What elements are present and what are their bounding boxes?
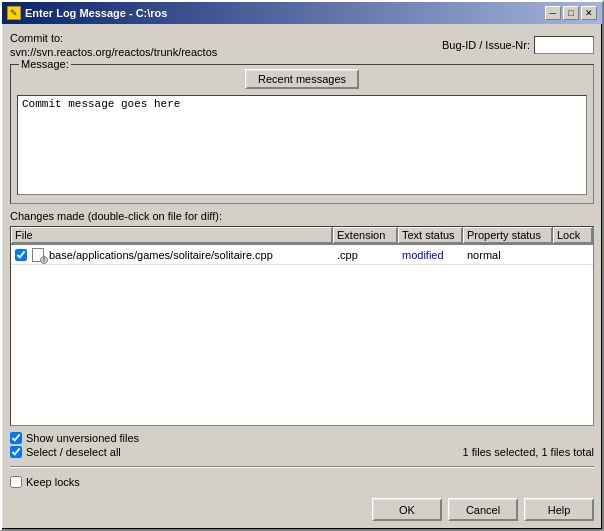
title-bar: ✎ Enter Log Message - C:\ros ─ □ ✕: [2, 2, 602, 24]
title-bar-left: ✎ Enter Log Message - C:\ros: [7, 6, 167, 20]
bug-label: Bug-ID / Issue-Nr:: [442, 39, 530, 51]
file-path: base/applications/games/solitaire/solita…: [49, 249, 273, 261]
changes-label: Changes made (double-click on file for d…: [10, 210, 594, 222]
bottom-buttons: OK Cancel Help: [10, 494, 594, 521]
window-icon: ✎: [7, 6, 21, 20]
changes-table: File Extension Text status Property stat…: [10, 226, 594, 426]
col-file: File: [11, 227, 333, 244]
recent-messages-button[interactable]: Recent messages: [245, 69, 359, 89]
keep-locks-label: Keep locks: [26, 476, 80, 488]
commit-row: Commit to: svn://svn.reactos.org/reactos…: [10, 32, 594, 58]
commit-left: Commit to: svn://svn.reactos.org/reactos…: [10, 32, 217, 58]
files-count-status: 1 files selected, 1 files total: [463, 446, 594, 458]
options-col: Show unversioned files Select / deselect…: [10, 432, 139, 458]
file-icon: !: [31, 248, 45, 262]
row-checkbox[interactable]: [15, 249, 27, 261]
bug-id-input[interactable]: [534, 36, 594, 54]
keep-locks-row: Keep locks: [10, 476, 594, 488]
cell-file: ! base/applications/games/solitaire/soli…: [11, 246, 333, 264]
commit-url: svn://svn.reactos.org/reactos/trunk/reac…: [10, 46, 217, 58]
options-and-status: Show unversioned files Select / deselect…: [10, 432, 594, 458]
message-group-label: Message:: [19, 58, 71, 70]
select-deselect-label: Select / deselect all: [26, 446, 121, 458]
table-body: ! base/applications/games/solitaire/soli…: [11, 245, 593, 425]
col-property-status: Property status: [463, 227, 553, 244]
message-group: Message: Recent messages: [10, 64, 594, 204]
table-header: File Extension Text status Property stat…: [11, 227, 593, 245]
cancel-button[interactable]: Cancel: [448, 498, 518, 521]
title-buttons: ─ □ ✕: [545, 6, 597, 20]
col-extension: Extension: [333, 227, 398, 244]
ok-button[interactable]: OK: [372, 498, 442, 521]
changes-section: Changes made (double-click on file for d…: [10, 210, 594, 426]
cell-property-status: normal: [463, 247, 553, 263]
cell-extension: .cpp: [333, 247, 398, 263]
bug-row: Bug-ID / Issue-Nr:: [442, 36, 594, 54]
help-button[interactable]: Help: [524, 498, 594, 521]
main-window: ✎ Enter Log Message - C:\ros ─ □ ✕ Commi…: [0, 0, 604, 531]
cell-lock: [553, 253, 593, 257]
show-unversioned-label: Show unversioned files: [26, 432, 139, 444]
show-unversioned-row: Show unversioned files: [10, 432, 139, 444]
minimize-button[interactable]: ─: [545, 6, 561, 20]
file-modified-badge: !: [40, 256, 48, 264]
cell-text-status: modified: [398, 247, 463, 263]
window-body: Commit to: svn://svn.reactos.org/reactos…: [2, 24, 602, 529]
select-deselect-row: Select / deselect all: [10, 446, 139, 458]
divider: [10, 466, 594, 468]
select-deselect-checkbox[interactable]: [10, 446, 22, 458]
col-lock: Lock: [553, 227, 593, 244]
col-text-status: Text status: [398, 227, 463, 244]
show-unversioned-checkbox[interactable]: [10, 432, 22, 444]
table-row[interactable]: ! base/applications/games/solitaire/soli…: [11, 245, 593, 265]
keep-locks-checkbox[interactable]: [10, 476, 22, 488]
maximize-button[interactable]: □: [563, 6, 579, 20]
window-title: Enter Log Message - C:\ros: [25, 7, 167, 19]
close-button[interactable]: ✕: [581, 6, 597, 20]
message-textarea[interactable]: [17, 95, 587, 195]
commit-label: Commit to:: [10, 32, 217, 44]
